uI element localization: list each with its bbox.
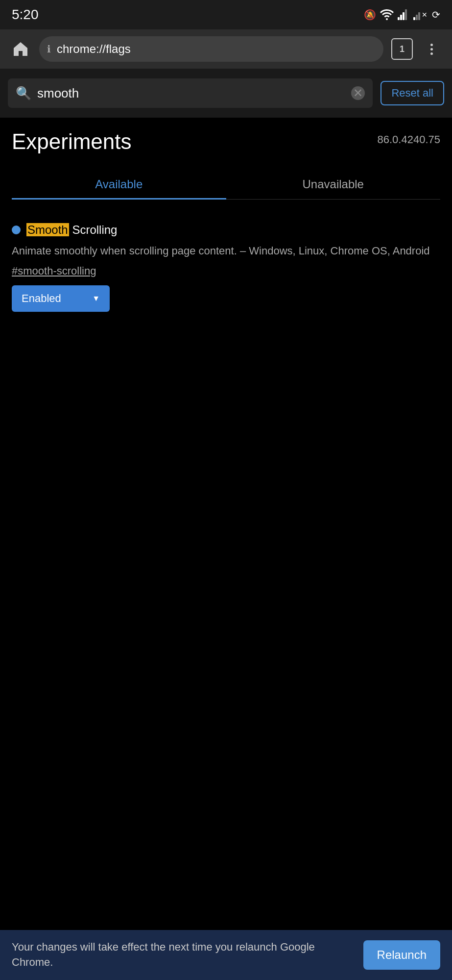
bottom-bar-message: Your changes will take effect the next t… [12, 940, 356, 970]
search-input[interactable] [37, 86, 345, 101]
status-icons: 🔕 ✕ ⟳ [364, 9, 440, 21]
status-bar: 5:20 🔕 ✕ ⟳ [0, 0, 452, 29]
version-text: 86.0.4240.75 [378, 133, 440, 146]
tab-available-label: Available [95, 177, 143, 191]
home-icon [12, 40, 29, 58]
tab-unavailable[interactable]: Unavailable [226, 170, 441, 199]
svg-rect-6 [418, 12, 420, 20]
address-text: chrome://flags [57, 42, 376, 56]
svg-rect-3 [405, 9, 407, 20]
flag-title-highlight: Smooth [26, 223, 69, 236]
battery-icon: ⟳ [432, 9, 440, 21]
svg-rect-5 [416, 15, 418, 20]
main-content: Experiments 86.0.4240.75 Available Unava… [0, 118, 452, 320]
svg-rect-1 [400, 15, 402, 20]
svg-rect-0 [398, 17, 400, 20]
menu-dot-1 [430, 44, 433, 46]
flag-title-row: Smooth Scrolling [12, 223, 440, 237]
svg-rect-4 [413, 17, 415, 20]
flag-item-smooth-scrolling: Smooth Scrolling Animate smoothly when s… [12, 215, 440, 320]
search-input-wrap: 🔍 ✕ [8, 78, 373, 108]
tab-count-label: 1 [400, 44, 404, 54]
signal-icon [398, 9, 409, 20]
flag-description: Animate smoothly when scrolling page con… [12, 243, 440, 259]
info-icon: ℹ [47, 43, 51, 55]
menu-dot-3 [430, 52, 433, 55]
tab-unavailable-label: Unavailable [303, 177, 364, 191]
address-bar[interactable]: ℹ chrome://flags [39, 36, 383, 62]
tabs-container: Available Unavailable [12, 170, 440, 200]
status-time: 5:20 [12, 7, 39, 23]
experiments-title: Experiments [12, 129, 132, 154]
wifi-icon [380, 9, 394, 20]
bottom-bar: Your changes will take effect the next t… [0, 930, 452, 980]
reset-all-button[interactable]: Reset all [381, 81, 444, 105]
flag-active-dot [12, 226, 21, 234]
relaunch-button[interactable]: Relaunch [363, 940, 440, 970]
search-bar-container: 🔍 ✕ Reset all [0, 69, 452, 118]
flag-anchor-link[interactable]: #smooth-scrolling [12, 265, 440, 277]
tab-count-button[interactable]: 1 [391, 38, 413, 60]
svg-text:✕: ✕ [422, 11, 428, 19]
bell-mute-icon: 🔕 [364, 9, 376, 21]
dropdown-arrow-icon: ▼ [92, 294, 100, 303]
signal-x-icon: ✕ [413, 9, 428, 20]
svg-rect-2 [403, 12, 404, 20]
flag-title-suffix: Scrolling [69, 223, 118, 236]
tab-available[interactable]: Available [12, 170, 226, 199]
browser-toolbar: ℹ chrome://flags 1 [0, 29, 452, 69]
flag-dropdown[interactable]: Enabled ▼ [12, 285, 110, 312]
search-icon: 🔍 [16, 86, 31, 101]
flag-title: Smooth Scrolling [26, 223, 117, 237]
menu-button[interactable] [421, 38, 442, 60]
menu-dot-2 [430, 48, 433, 50]
home-button[interactable] [10, 38, 31, 60]
experiments-header: Experiments 86.0.4240.75 [12, 129, 440, 154]
clear-search-button[interactable]: ✕ [351, 86, 365, 100]
flag-dropdown-value: Enabled [22, 292, 61, 305]
